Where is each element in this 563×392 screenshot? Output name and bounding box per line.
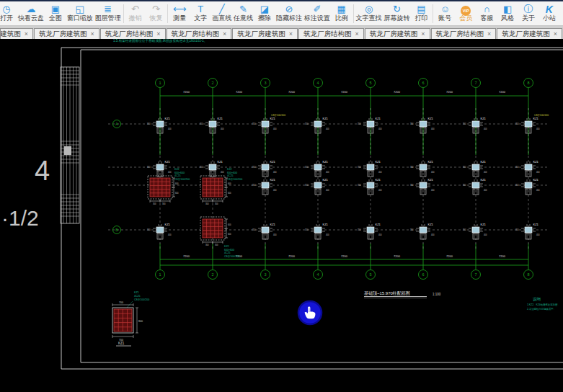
svg-text:400: 400 — [378, 171, 382, 174]
toolbar-item-open-recent[interactable]: ◷打开 — [0, 4, 16, 22]
draw-line-icon: ╱ — [219, 4, 225, 14]
tab-close-icon[interactable]: × — [487, 30, 491, 37]
toolbar-item-rotate-screen[interactable]: ↻屏幕旋转 — [384, 4, 410, 22]
toolbar-item-find-text[interactable]: ◎文字查找 — [356, 4, 382, 22]
tab-close-icon[interactable]: × — [289, 30, 293, 37]
toolbar-item-support-headset[interactable]: ∩客服 — [477, 4, 496, 22]
drawing-tab[interactable]: 筑龙厂房结构图× — [100, 28, 166, 39]
svg-text:350: 350 — [305, 166, 309, 169]
svg-text:2: 2 — [211, 81, 213, 85]
drawing-tab[interactable]: 筑龙厂房建筑图× — [0, 28, 33, 39]
toolbar-item-window-zoom[interactable]: ◱窗口缩放 — [67, 4, 93, 22]
svg-text:KZ1: KZ1 — [323, 223, 329, 226]
measure-icon: ⟷ — [173, 4, 187, 14]
tab-close-icon[interactable]: × — [554, 30, 557, 37]
svg-text:400: 400 — [326, 189, 329, 192]
svg-text:7200: 7200 — [446, 254, 453, 258]
cloud-drive-icon: ☁ — [26, 4, 35, 14]
svg-text:350: 350 — [463, 122, 466, 125]
svg-text:400: 400 — [484, 128, 487, 130]
svg-text:7200: 7200 — [183, 254, 190, 258]
svg-text:400: 400 — [536, 128, 540, 130]
toolbar-item-scale[interactable]: ▦比例 — [332, 4, 351, 22]
toolbar-item-full-extent[interactable]: ▣全图 — [46, 4, 65, 22]
tab-close-icon[interactable]: × — [25, 30, 28, 37]
toolbar-item-account[interactable]: ☺账号 — [435, 4, 454, 22]
svg-text:1: 1 — [159, 272, 161, 277]
svg-text:7200: 7200 — [341, 90, 348, 94]
toolbar-item-label: 打开 — [0, 14, 13, 22]
svg-text:350: 350 — [463, 228, 466, 231]
svg-text:KZ1: KZ1 — [376, 178, 381, 182]
tab-close-icon[interactable]: × — [355, 30, 359, 37]
toolbar-item-style[interactable]: ◧风格 — [498, 4, 517, 22]
svg-text:400: 400 — [378, 233, 382, 236]
svg-text:400: 400 — [536, 233, 540, 236]
drawing-tab[interactable]: 筑龙厂房建筑图× — [34, 28, 99, 39]
toolbar-item-undo[interactable]: ↶撤销 — [126, 4, 145, 22]
svg-text:600: 600 — [175, 182, 179, 185]
detail-label: KZ1 — [118, 342, 125, 345]
open-recent-icon: ◷ — [2, 4, 10, 14]
svg-text:KZ2: KZ2 — [224, 245, 229, 248]
svg-text:6: 6 — [422, 81, 424, 85]
tab-close-icon[interactable]: × — [91, 30, 94, 37]
svg-text:7200: 7200 — [183, 90, 190, 94]
svg-text:C8@100/200: C8@100/200 — [534, 114, 549, 117]
svg-text:7200: 7200 — [499, 90, 506, 94]
drawing-canvas[interactable]: 1.5.框架柱嵌固部位位于基础顶面,纵筋连接构造详见16G101-1。4·1/2… — [0, 0, 563, 392]
toolbar-divider — [353, 4, 354, 23]
svg-text:KZ1: KZ1 — [533, 160, 539, 164]
svg-text:600×600: 600×600 — [227, 172, 237, 174]
svg-text:7200: 7200 — [288, 254, 296, 258]
toolbar-item-text[interactable]: T文字 — [191, 4, 210, 22]
toolbar-item-freehand-line[interactable]: ✎任意线 — [234, 4, 253, 22]
svg-text:300: 300 — [215, 244, 218, 246]
toolbar-item-annotation-settings[interactable]: ✐标注设置 — [304, 4, 330, 22]
svg-text:KZ1: KZ1 — [270, 223, 276, 226]
toolbar-item-label: 擦除 — [258, 14, 271, 22]
svg-text:300: 300 — [153, 202, 156, 205]
svg-text:KZ1: KZ1 — [481, 160, 487, 164]
svg-text:350: 350 — [463, 184, 466, 187]
svg-text:400: 400 — [431, 189, 435, 192]
svg-text:400: 400 — [168, 233, 172, 236]
toolbar-item-draw-line[interactable]: ╱画直线 — [212, 4, 231, 22]
toolbar-item-cloud-drive[interactable]: ☁快看云盘 — [18, 4, 44, 22]
svg-text:KZ1: KZ1 — [270, 178, 276, 182]
hide-annotations-icon: ⊘ — [285, 4, 293, 14]
drawing-tab[interactable]: 筑龙厂房结构图× — [298, 28, 364, 39]
toolbar-item-label: 快看云盘 — [18, 14, 44, 22]
svg-text:350: 350 — [410, 184, 414, 187]
drawing-tab[interactable]: 筑龙厂房结构图× — [167, 28, 232, 39]
toolbar-item-layers[interactable]: ≣图层管理 — [95, 4, 121, 22]
cad-plan-drawing[interactable]: 1.5.框架柱嵌固部位位于基础顶面,纵筋连接构造详见16G101-1。4·1/2… — [0, 0, 563, 392]
svg-text:7: 7 — [474, 272, 476, 277]
svg-text:KZ2: KZ2 — [227, 168, 232, 171]
svg-text:KZ1: KZ1 — [218, 160, 223, 164]
toolbar-item-measure[interactable]: ⟷测量 — [170, 4, 189, 22]
toolbar-item-k-logo[interactable]: K小站 — [540, 4, 559, 22]
svg-text:350: 350 — [305, 122, 309, 125]
svg-text:KZ1: KZ1 — [376, 117, 381, 120]
tab-close-icon[interactable]: × — [156, 30, 160, 37]
toolbar-item-redo[interactable]: ↷恢复 — [146, 4, 165, 22]
drawing-tab[interactable]: 筑龙厂房建筑图× — [365, 28, 430, 39]
svg-text:400: 400 — [168, 171, 172, 174]
drawing-tab[interactable]: 筑龙厂房建筑图× — [497, 28, 562, 39]
full-extent-icon: ▣ — [51, 4, 60, 14]
tab-close-icon[interactable]: × — [421, 30, 425, 37]
toolbar-item-eraser[interactable]: ◪擦除 — [255, 4, 274, 22]
stray-label-half: ·1/2 — [1, 206, 39, 230]
drawing-tab[interactable]: 筑龙厂房结构图× — [431, 28, 497, 39]
tab-close-icon[interactable]: × — [223, 30, 226, 37]
toolbar-item-label: 比例 — [335, 14, 348, 22]
toolbar-item-label: 会员 — [459, 14, 472, 22]
toolbar-item-hide-annotations[interactable]: ⊘隐藏标注 — [276, 4, 302, 22]
toolbar-item-vip[interactable]: VIP会员 — [456, 4, 475, 22]
drawing-tab[interactable]: 筑龙厂房建筑图× — [232, 28, 298, 39]
toolbar-item-print[interactable]: ▤打印 — [412, 4, 430, 22]
svg-text:350: 350 — [358, 184, 361, 187]
svg-text:7200: 7200 — [341, 254, 348, 258]
toolbar-item-about[interactable]: ⓘ关于 — [519, 4, 538, 22]
